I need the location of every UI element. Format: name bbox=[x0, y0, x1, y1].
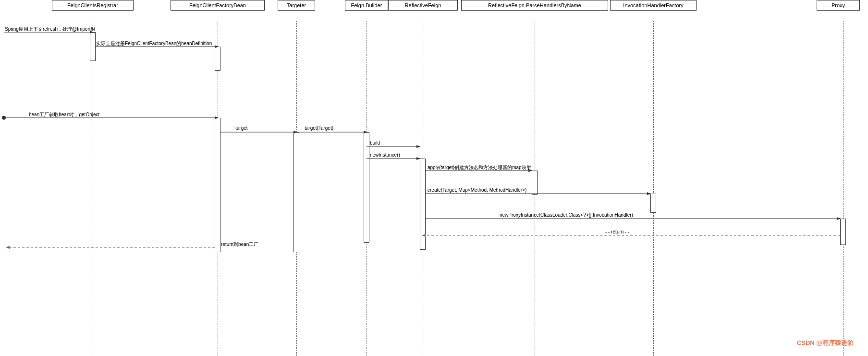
actor-feignClientsRegistrar: FeignClientsRegistrar bbox=[52, 0, 134, 11]
actor-proxy: Proxy bbox=[817, 0, 860, 11]
actor-feignBuilder: Feign.Builder bbox=[345, 0, 388, 11]
label-msg8: apply(target)创建方法名和方法处理器的map映射 bbox=[428, 164, 531, 171]
actor-reflectiveFeign: ReflectiveFeign bbox=[388, 0, 458, 11]
lifeline-proxy bbox=[843, 21, 844, 356]
activation-rfeignparse bbox=[532, 171, 538, 195]
activation-rfeign bbox=[420, 159, 426, 250]
actor-targeter: Targeter bbox=[278, 0, 315, 11]
activation-fcr-1 bbox=[90, 32, 96, 61]
actor-reflectiveFeignParse: ReflectiveFeign.ParseHandlersByName bbox=[461, 0, 608, 11]
activation-proxy bbox=[840, 219, 846, 245]
watermark: CSDN @程序猿进阶 bbox=[797, 339, 854, 347]
sequence-diagram-arrows bbox=[0, 0, 868, 356]
actor-invocationHandlerFactory: InvocationHandlerFactory bbox=[610, 0, 697, 11]
label-msg12: return到bean工厂 bbox=[221, 241, 258, 248]
label-msg10: newProxyInstance(ClassLoader,Class<?>[],… bbox=[500, 212, 633, 218]
activation-fcfb-2 bbox=[215, 118, 220, 252]
svg-marker-12 bbox=[416, 145, 420, 148]
label-msg3: bean工厂获取bean时，getObject bbox=[29, 111, 99, 118]
label-msg2: 实际上是注册FeignClientFactoryBean的beanDefinit… bbox=[96, 40, 212, 47]
activation-targeter bbox=[293, 132, 299, 252]
label-msg7: newInstance() bbox=[370, 152, 400, 158]
svg-point-0 bbox=[2, 116, 6, 120]
svg-marker-24 bbox=[6, 246, 10, 249]
label-msg6: build bbox=[370, 140, 380, 146]
label-msg11: - - return - - bbox=[605, 229, 630, 234]
lifeline-feignClientsRegistrar bbox=[93, 21, 93, 356]
label-msg1: Spring应用上下文refresh，处理@Import时 bbox=[5, 26, 96, 33]
label-msg4: target bbox=[235, 125, 248, 131]
actor-feignClientFactoryBean: FeignClientFactoryBean bbox=[171, 0, 265, 11]
lifeline-invocationHandlerFactory bbox=[653, 21, 654, 356]
label-msg9: create(Target, Map<Method, MethodHandler… bbox=[428, 187, 526, 193]
activation-ihf bbox=[650, 194, 656, 213]
activation-fbuilder bbox=[364, 132, 369, 243]
activation-fcfb-1 bbox=[215, 47, 220, 71]
label-msg5: target(Target) bbox=[305, 125, 333, 131]
